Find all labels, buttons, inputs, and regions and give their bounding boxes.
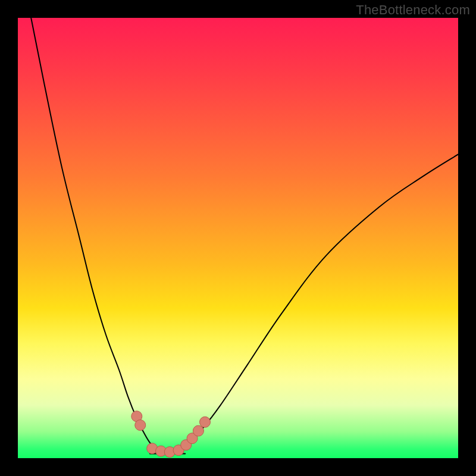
curve-layer (31, 18, 458, 454)
marker-layer (131, 411, 211, 458)
data-marker (200, 416, 211, 427)
watermark-text: TheBottleneck.com (356, 2, 470, 18)
chart-frame: TheBottleneck.com (0, 0, 476, 476)
data-marker (135, 420, 146, 431)
chart-svg (18, 18, 458, 458)
series-right-curve (150, 154, 458, 453)
series-left-curve (31, 18, 185, 454)
data-marker (193, 425, 203, 436)
